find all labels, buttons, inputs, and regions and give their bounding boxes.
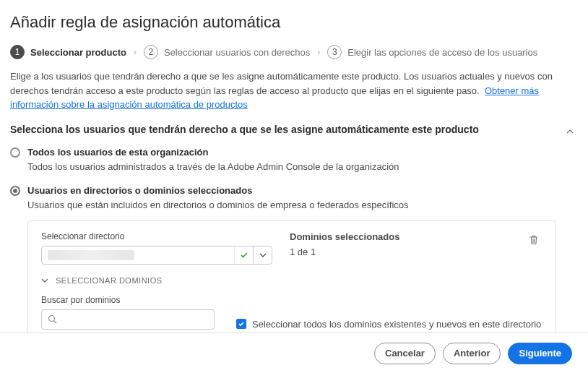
step-3-circle: 3 xyxy=(327,45,342,59)
radio-option-selected-dirs[interactable]: Usuarios en directorios o dominios selec… xyxy=(10,185,556,340)
description-body: Elige a los usuarios que tendrán derecho… xyxy=(10,71,553,96)
previous-button[interactable]: Anterior xyxy=(443,343,501,364)
chevron-down-icon xyxy=(259,252,267,259)
chevron-right-icon: › xyxy=(317,47,320,57)
directory-field-label: Seleccionar directorio xyxy=(41,231,272,241)
search-icon xyxy=(48,314,57,324)
radio-option-all-users[interactable]: Todos los usuarios de esta organización … xyxy=(10,147,556,172)
vertical-scrollbar[interactable] xyxy=(564,127,576,342)
select-domains-toggle[interactable]: SELECCIONAR DOMINIOS xyxy=(41,276,542,285)
scroll-area: Selecciona los usuarios que tendrán dere… xyxy=(10,124,578,345)
checkmark-icon xyxy=(238,320,245,327)
description-text: Elige a los usuarios que tendrán derecho… xyxy=(10,69,578,112)
dropdown-toggle[interactable] xyxy=(253,246,272,264)
next-button[interactable]: Siguiente xyxy=(508,343,572,364)
redacted-value xyxy=(48,250,134,260)
delete-button[interactable] xyxy=(525,231,542,246)
scroll-up-icon[interactable] xyxy=(565,127,575,137)
domains-label: Dominios seleccionados xyxy=(290,231,508,242)
search-input[interactable] xyxy=(41,309,215,330)
step-2-label: Seleccionar usuarios con derechos xyxy=(164,47,310,58)
cancel-button[interactable]: Cancelar xyxy=(374,343,436,364)
select-all-checkbox[interactable] xyxy=(236,319,246,329)
svg-line-1 xyxy=(54,321,57,324)
radio-icon[interactable] xyxy=(10,147,20,158)
stepper: 1 Seleccionar producto › 2 Seleccionar u… xyxy=(10,45,578,59)
collapsible-label: SELECCIONAR DOMINIOS xyxy=(56,276,163,285)
page-title: Añadir regla de asignación automática xyxy=(10,13,578,32)
radio-desc: Todos los usuarios administrados a travé… xyxy=(27,161,556,172)
directory-value xyxy=(42,246,234,264)
select-all-label: Seleccionar todos los dominios existente… xyxy=(252,319,541,330)
radio-label: Todos los usuarios de esta organización xyxy=(27,147,556,158)
directory-panel: Seleccionar directorio xyxy=(27,220,556,340)
radio-label: Usuarios en directorios o dominios selec… xyxy=(27,185,556,196)
svg-point-0 xyxy=(49,316,55,322)
trash-icon xyxy=(528,234,540,246)
radio-group: Todos los usuarios de esta organización … xyxy=(10,147,556,340)
step-2[interactable]: 2 Seleccionar usuarios con derechos xyxy=(144,45,310,59)
step-2-circle: 2 xyxy=(144,45,158,59)
search-label: Buscar por dominios xyxy=(41,295,215,305)
section-heading: Selecciona los usuarios que tendrán dere… xyxy=(10,124,556,135)
directory-combobox[interactable] xyxy=(41,246,272,265)
radio-desc: Usuarios que están incluidos en director… xyxy=(27,200,556,210)
footer: Cancelar Anterior Siguiente xyxy=(0,333,588,373)
step-3[interactable]: 3 Elegir las opciones de acceso de los u… xyxy=(327,45,537,59)
step-3-label: Elegir las opciones de acceso de los usu… xyxy=(347,47,537,58)
domains-count: 1 de 1 xyxy=(290,246,508,257)
checkmark-icon xyxy=(234,246,253,264)
step-1[interactable]: 1 Seleccionar producto xyxy=(10,45,126,59)
chevron-down-icon xyxy=(41,277,48,284)
step-1-circle: 1 xyxy=(10,45,25,59)
step-1-label: Seleccionar producto xyxy=(30,47,126,58)
search-field[interactable] xyxy=(61,314,208,325)
radio-icon[interactable] xyxy=(10,186,20,196)
chevron-right-icon: › xyxy=(134,47,137,57)
